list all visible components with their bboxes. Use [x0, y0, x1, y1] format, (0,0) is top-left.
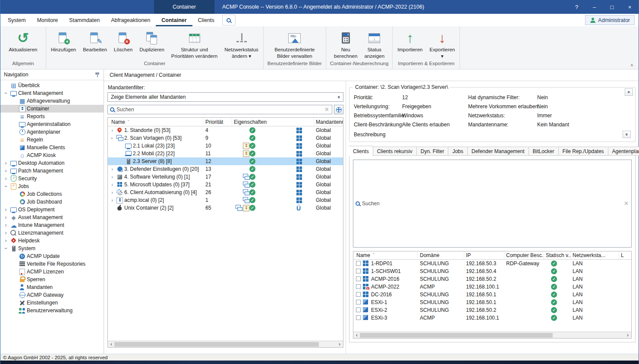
container-row[interactable]: 4. Software Verteilung (0) [1] 17 ✓	[108, 173, 343, 181]
scroll-right-icon[interactable]: ›	[337, 342, 342, 347]
expand-arrow-icon[interactable]	[110, 128, 115, 133]
sidebar-item[interactable]: Sperren	[0, 276, 104, 283]
column-header-truncated[interactable]: L	[619, 251, 631, 259]
row-checkbox[interactable]	[356, 300, 361, 304]
column-header-mandantenname[interactable]: Mandantenname	[314, 118, 343, 126]
expand-arrow-icon[interactable]	[3, 238, 9, 243]
menu-item[interactable]: Stammdaten	[63, 14, 105, 26]
minimize-button[interactable]: –	[585, 0, 603, 14]
ribbon-button[interactable]: Netzwerkstatus ändern ▾	[221, 29, 262, 60]
expand-arrow-icon[interactable]	[3, 246, 9, 251]
clear-search-icon[interactable]: ×	[324, 106, 330, 113]
container-row[interactable]: 2.3 Server (8) [8] 12 ✓	[108, 157, 343, 165]
expand-arrow-icon[interactable]	[110, 198, 115, 203]
client-row[interactable]: A ESXi-2 SCHULUNG 192.168.50.2 ✓	[353, 306, 631, 314]
column-header-ip[interactable]: IP	[464, 251, 504, 259]
client-row[interactable]: A 1-RDP01 SCHULUNG 192.168.50.3 RDP-Gate…	[353, 260, 631, 267]
scroll-right-icon[interactable]: ›	[626, 333, 630, 338]
scrollbar-thumb[interactable]	[114, 342, 319, 347]
container-row[interactable]: 5. Microsoft Updates (0) [37] 21 ✓	[108, 181, 343, 188]
sidebar-item[interactable]: Regeln	[0, 136, 104, 144]
sidebar-item[interactable]: ACMP Gateway	[0, 291, 104, 299]
sidebar-item[interactable]: Intune Management	[0, 221, 104, 229]
sidebar-item[interactable]: Client Management	[0, 89, 104, 97]
collapse-details-button[interactable]: «	[625, 88, 633, 96]
ribbon-button[interactable]: Duplizieren	[136, 29, 168, 53]
sidebar-item[interactable]: ACMP Lizenzen	[0, 268, 104, 276]
expand-arrow-icon[interactable]	[3, 207, 9, 212]
ribbon-collapse-chevron-icon[interactable]: ∧	[630, 63, 633, 67]
tab[interactable]: Defender Management	[468, 147, 529, 156]
row-checkbox[interactable]	[356, 261, 361, 266]
tab[interactable]: Clients rekursiv	[373, 147, 417, 156]
container-row[interactable]: 2.1 Lokal (23) [23] 10 ✓	[108, 142, 343, 150]
expand-arrow-icon[interactable]	[3, 176, 9, 181]
sidebar-item[interactable]: Verteilte File Repositories	[0, 260, 104, 268]
sidebar-item[interactable]: Einstellungen	[0, 299, 104, 307]
tab[interactable]: BitLocker	[529, 147, 559, 156]
column-header-name[interactable]: Name ˆ	[108, 118, 204, 126]
ribbon-button[interactable]: Neu berechnen	[331, 29, 361, 60]
container-row[interactable]: 3. Defender Einstellugen (0) [20] 13	[108, 165, 343, 173]
client-row[interactable]: A DC-2016 SCHULUNG 192.168.50.1 ✓	[353, 291, 631, 298]
client-row[interactable]: A ACMP-2022 ACMP 192.168.100.1 ✓	[353, 283, 631, 291]
column-header-eigenschaften[interactable]: Eigenschaften	[232, 118, 314, 126]
tab[interactable]: Dyn. Filter	[417, 147, 449, 156]
expand-arrow-icon[interactable]	[3, 223, 9, 228]
sidebar-item[interactable]: Agenteninstallation	[0, 120, 104, 128]
sidebar-item[interactable]: Asset Management	[0, 213, 104, 221]
sidebar-item[interactable]: Abfrageverwaltung	[0, 97, 104, 105]
sidebar-item[interactable]: OS Deployment	[0, 206, 104, 213]
sidebar-item[interactable]: Benutzerverwaltung	[0, 307, 104, 314]
sidebar-item[interactable]: Manuelle Clients	[0, 144, 104, 151]
sidebar-item[interactable]: Jobs	[0, 182, 104, 190]
ribbon-button[interactable]: Löschen	[110, 29, 136, 53]
expand-arrow-icon[interactable]	[3, 91, 9, 96]
row-checkbox[interactable]	[356, 308, 361, 312]
pin-icon[interactable]	[94, 72, 100, 78]
expand-arrow-icon[interactable]	[3, 184, 9, 189]
ribbon-button[interactable]: Benutzerdefinierte Bilder verwalten	[271, 29, 318, 60]
titlebar-container-tab[interactable]: Container	[154, 0, 214, 14]
expand-description-button[interactable]: »	[623, 131, 631, 138]
container-row[interactable]: 2.2 Mobil (22) [22] 11 ✓	[108, 150, 343, 157]
sidebar-item[interactable]: Lizenzmanagement	[0, 229, 104, 237]
ribbon-button[interactable]: Status anzeigen	[361, 29, 388, 60]
ribbon-button[interactable]: Exportieren ▾	[426, 29, 459, 60]
close-button[interactable]: ×	[621, 0, 639, 14]
row-checkbox[interactable]	[356, 315, 361, 320]
tab[interactable]: Jobs	[448, 147, 467, 156]
expand-arrow-icon[interactable]	[3, 230, 9, 235]
sidebar-item[interactable]: Überblick	[0, 82, 104, 89]
menu-item[interactable]: Clients	[192, 14, 220, 26]
container-row[interactable]: 1. Standorte (0) [53] 4 ✓	[108, 126, 343, 134]
client-row[interactable]: A ESXi-1 SCHULUNG 192.168.50.1 ✓	[353, 298, 631, 306]
container-row[interactable]: 2. Scan Vorlagen (0) [53] 9 ✓	[108, 134, 343, 142]
container-row[interactable]: acmp.local (0) [2] 1 ✓	[108, 196, 343, 204]
expand-arrow-icon[interactable]	[110, 190, 115, 195]
menu-item[interactable]: System	[2, 14, 31, 26]
tab[interactable]: Clients	[349, 146, 373, 156]
expand-arrow-icon[interactable]	[3, 215, 9, 220]
client-row[interactable]: A ACMP-2016 SCHULUNG 192.168.50.2 ✓	[353, 275, 631, 283]
sidebar-item[interactable]: Agentenplaner	[0, 128, 104, 136]
menu-item[interactable]: Monitore	[31, 14, 64, 26]
administrator-button[interactable]: Administrator	[585, 15, 635, 25]
ribbon-button[interactable]: Bearbeiten	[79, 29, 110, 53]
sidebar-item[interactable]: Desktop Automation	[0, 159, 104, 167]
scroll-left-icon[interactable]: ‹	[109, 342, 113, 347]
sidebar-item[interactable]: System	[0, 245, 104, 252]
column-header-prioritaet[interactable]: Priorität	[204, 118, 232, 126]
sidebar-item[interactable]: Container	[0, 105, 104, 113]
sidebar-item[interactable]: Job Dashboard	[0, 198, 104, 206]
sidebar-item[interactable]: ACMP Kiosk	[0, 151, 104, 159]
row-checkbox[interactable]	[356, 292, 361, 297]
horizontal-scrollbar[interactable]: ‹ ›	[108, 341, 343, 347]
tab[interactable]: Agentenplaner	[608, 147, 639, 156]
menu-search-button[interactable]	[222, 15, 236, 25]
expand-arrow-icon[interactable]	[3, 160, 9, 166]
column-header-computer-beschreibung[interactable]: Computer Besc...	[504, 251, 544, 259]
clear-search-icon[interactable]: ×	[623, 200, 629, 207]
ribbon-button[interactable]: Hinzufügen	[47, 29, 79, 53]
menu-item[interactable]: Abfrageaktionen	[105, 14, 156, 26]
